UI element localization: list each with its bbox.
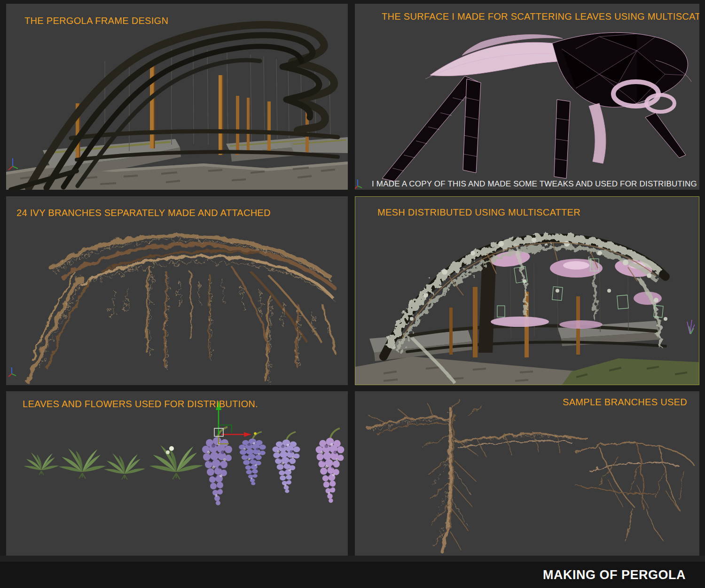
panel-caption: LEAVES AND FLOWERS USED FOR DISTRIBUTION… [23, 399, 258, 410]
pergola-frame-render [6, 4, 348, 190]
panel-pergola-frame: THE PERGOLA FRAME DESIGN [6, 4, 348, 190]
making-of-pergola-collage: THE PERGOLA FRAME DESIGN [0, 0, 705, 588]
panel-caption: THE PERGOLA FRAME DESIGN [24, 15, 168, 26]
panel-caption: MESH DISTRIBUTED USING MULTISCATTER [377, 207, 580, 218]
mesh-distributed-render [355, 197, 699, 385]
footer-divider [0, 556, 705, 562]
footer-title: MAKING OF PERGOLA [543, 568, 686, 582]
panel-caption: 24 IVY BRANCHES SEPARATELY MADE AND ATTA… [16, 208, 271, 218]
panel-leaves-flowers: LEAVES AND FLOWERS USED FOR DISTRIBUTION… [6, 391, 348, 556]
leaves-flowers-render [6, 391, 348, 556]
sample-branches-render [355, 391, 699, 556]
panel-scatter-surface: THE SURFACE I MADE FOR SCATTERING LEAVES… [355, 4, 699, 190]
panel-ivy-branches: 24 IVY BRANCHES SEPARATELY MADE AND ATTA… [6, 196, 348, 385]
panel-caption: THE SURFACE I MADE FOR SCATTERING LEAVES… [382, 11, 699, 22]
panel-caption: SAMPLE BRANCHES USED [563, 397, 687, 408]
scatter-surface-render [355, 4, 699, 190]
ivy-branches-render [6, 196, 348, 385]
panel-note: I MADE A COPY OF THIS AND MADE SOME TWEA… [372, 179, 699, 189]
panel-mesh-distributed: MESH DISTRIBUTED USING MULTISCATTER [355, 196, 699, 385]
footer-bar: MAKING OF PERGOLA [0, 562, 705, 588]
panel-sample-branches: SAMPLE BRANCHES USED [355, 391, 699, 556]
